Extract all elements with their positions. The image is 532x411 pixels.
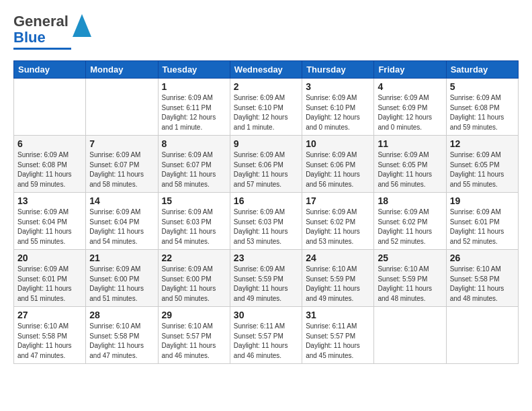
day-info: Sunrise: 6:09 AM Sunset: 6:03 PM Dayligh… [234,208,298,246]
calendar-cell [446,307,518,364]
svg-marker-0 [73,14,91,37]
day-info: Sunrise: 6:09 AM Sunset: 6:02 PM Dayligh… [378,208,442,246]
calendar-cell: 5Sunrise: 6:09 AM Sunset: 6:08 PM Daylig… [446,79,518,136]
day-of-week-header: Tuesday [158,61,230,79]
day-info: Sunrise: 6:10 AM Sunset: 5:59 PM Dayligh… [378,265,442,304]
day-info: Sunrise: 6:09 AM Sunset: 6:08 PM Dayligh… [450,93,515,132]
day-number: 21 [89,253,154,263]
day-number: 19 [450,195,515,206]
day-info: Sunrise: 6:10 AM Sunset: 5:57 PM Dayligh… [162,322,226,361]
logo: General Blue [13,13,91,50]
calendar-cell: 3Sunrise: 6:09 AM Sunset: 6:10 PM Daylig… [302,79,374,136]
day-info: Sunrise: 6:09 AM Sunset: 6:00 PM Dayligh… [89,265,154,304]
day-info: Sunrise: 6:09 AM Sunset: 6:07 PM Dayligh… [89,150,154,189]
day-of-week-header: Monday [86,61,158,79]
calendar-cell: 7Sunrise: 6:09 AM Sunset: 6:07 PM Daylig… [86,136,158,193]
calendar-week-row: 13Sunrise: 6:09 AM Sunset: 6:04 PM Dayli… [14,193,519,250]
day-number: 10 [306,138,370,149]
day-number: 25 [378,253,442,263]
calendar-week-row: 1Sunrise: 6:09 AM Sunset: 6:11 PM Daylig… [14,79,519,136]
calendar-cell: 6Sunrise: 6:09 AM Sunset: 6:08 PM Daylig… [14,136,86,193]
day-of-week-header: Friday [374,61,446,79]
calendar-cell: 12Sunrise: 6:09 AM Sunset: 6:05 PM Dayli… [446,136,518,193]
calendar-cell: 30Sunrise: 6:11 AM Sunset: 5:57 PM Dayli… [230,307,302,364]
day-info: Sunrise: 6:10 AM Sunset: 5:59 PM Dayligh… [306,265,370,304]
day-info: Sunrise: 6:09 AM Sunset: 6:08 PM Dayligh… [17,150,82,189]
day-number: 16 [234,195,298,206]
calendar-cell [374,307,446,364]
day-info: Sunrise: 6:10 AM Sunset: 5:58 PM Dayligh… [89,322,154,361]
day-info: Sunrise: 6:09 AM Sunset: 6:10 PM Dayligh… [306,93,370,132]
day-number: 3 [306,81,370,92]
day-info: Sunrise: 6:09 AM Sunset: 6:04 PM Dayligh… [89,208,154,246]
logo-blue: Blue [13,29,46,46]
day-info: Sunrise: 6:09 AM Sunset: 6:01 PM Dayligh… [17,265,82,304]
day-info: Sunrise: 6:09 AM Sunset: 5:59 PM Dayligh… [234,265,298,304]
day-info: Sunrise: 6:09 AM Sunset: 6:06 PM Dayligh… [306,150,370,189]
day-number: 26 [450,253,515,263]
day-info: Sunrise: 6:09 AM Sunset: 6:05 PM Dayligh… [378,150,442,189]
day-of-week-header: Sunday [14,61,86,79]
calendar-cell: 31Sunrise: 6:11 AM Sunset: 5:57 PM Dayli… [302,307,374,364]
calendar-cell: 2Sunrise: 6:09 AM Sunset: 6:10 PM Daylig… [230,79,302,136]
calendar-cell [14,79,86,136]
calendar-cell: 24Sunrise: 6:10 AM Sunset: 5:59 PM Dayli… [302,250,374,307]
day-info: Sunrise: 6:11 AM Sunset: 5:57 PM Dayligh… [234,322,298,361]
page-header: General Blue [13,13,519,50]
calendar-cell: 21Sunrise: 6:09 AM Sunset: 6:00 PM Dayli… [86,250,158,307]
calendar-header-row: SundayMondayTuesdayWednesdayThursdayFrid… [14,61,519,79]
calendar-cell: 14Sunrise: 6:09 AM Sunset: 6:04 PM Dayli… [86,193,158,250]
day-number: 18 [378,195,442,206]
day-info: Sunrise: 6:09 AM Sunset: 6:02 PM Dayligh… [306,208,370,246]
calendar-cell: 15Sunrise: 6:09 AM Sunset: 6:03 PM Dayli… [158,193,230,250]
day-info: Sunrise: 6:09 AM Sunset: 6:00 PM Dayligh… [162,265,226,304]
calendar-cell: 19Sunrise: 6:09 AM Sunset: 6:01 PM Dayli… [446,193,518,250]
calendar-cell: 17Sunrise: 6:09 AM Sunset: 6:02 PM Dayli… [302,193,374,250]
calendar-cell: 29Sunrise: 6:10 AM Sunset: 5:57 PM Dayli… [158,307,230,364]
day-number: 6 [17,138,82,149]
day-number: 22 [162,253,226,263]
logo-underline [13,48,71,50]
calendar-cell: 28Sunrise: 6:10 AM Sunset: 5:58 PM Dayli… [86,307,158,364]
day-info: Sunrise: 6:10 AM Sunset: 5:58 PM Dayligh… [17,322,82,361]
logo-general: General [13,13,69,30]
calendar-cell: 1Sunrise: 6:09 AM Sunset: 6:11 PM Daylig… [158,79,230,136]
calendar-cell: 9Sunrise: 6:09 AM Sunset: 6:06 PM Daylig… [230,136,302,193]
day-info: Sunrise: 6:09 AM Sunset: 6:01 PM Dayligh… [450,208,515,246]
day-number: 15 [162,195,226,206]
calendar-cell: 23Sunrise: 6:09 AM Sunset: 5:59 PM Dayli… [230,250,302,307]
calendar-cell: 25Sunrise: 6:10 AM Sunset: 5:59 PM Dayli… [374,250,446,307]
calendar-cell: 22Sunrise: 6:09 AM Sunset: 6:00 PM Dayli… [158,250,230,307]
calendar-cell: 27Sunrise: 6:10 AM Sunset: 5:58 PM Dayli… [14,307,86,364]
day-number: 2 [234,81,298,92]
day-number: 12 [450,138,515,149]
day-number: 11 [378,138,442,149]
calendar-cell: 16Sunrise: 6:09 AM Sunset: 6:03 PM Dayli… [230,193,302,250]
day-number: 1 [162,81,226,92]
day-number: 31 [306,310,370,320]
day-info: Sunrise: 6:09 AM Sunset: 6:05 PM Dayligh… [450,150,515,189]
calendar-cell: 4Sunrise: 6:09 AM Sunset: 6:09 PM Daylig… [374,79,446,136]
day-number: 5 [450,81,515,92]
calendar-cell [86,79,158,136]
day-number: 24 [306,253,370,263]
day-number: 23 [234,253,298,263]
day-info: Sunrise: 6:09 AM Sunset: 6:03 PM Dayligh… [162,208,226,246]
logo-icon [73,14,91,37]
day-of-week-header: Thursday [302,61,374,79]
calendar-cell: 10Sunrise: 6:09 AM Sunset: 6:06 PM Dayli… [302,136,374,193]
day-number: 28 [89,310,154,320]
calendar-cell: 26Sunrise: 6:10 AM Sunset: 5:58 PM Dayli… [446,250,518,307]
calendar-week-row: 27Sunrise: 6:10 AM Sunset: 5:58 PM Dayli… [14,307,519,364]
day-number: 13 [17,195,82,206]
day-info: Sunrise: 6:11 AM Sunset: 5:57 PM Dayligh… [306,322,370,361]
day-number: 7 [89,138,154,149]
day-info: Sunrise: 6:09 AM Sunset: 6:09 PM Dayligh… [378,93,442,132]
day-number: 14 [89,195,154,206]
calendar-cell: 18Sunrise: 6:09 AM Sunset: 6:02 PM Dayli… [374,193,446,250]
day-number: 27 [17,310,82,320]
calendar-table: SundayMondayTuesdayWednesdayThursdayFrid… [13,60,519,364]
day-info: Sunrise: 6:09 AM Sunset: 6:04 PM Dayligh… [17,208,82,246]
day-info: Sunrise: 6:09 AM Sunset: 6:11 PM Dayligh… [162,93,226,132]
calendar-cell: 20Sunrise: 6:09 AM Sunset: 6:01 PM Dayli… [14,250,86,307]
